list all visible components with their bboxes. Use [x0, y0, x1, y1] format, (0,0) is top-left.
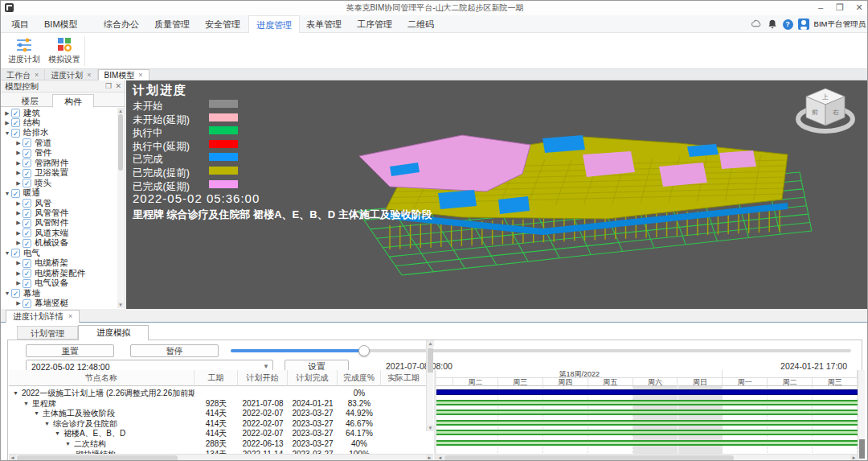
menu-item-6[interactable]: 进度管理 — [248, 15, 300, 33]
tab-schedule-detail[interactable]: 进度计划详情 × — [6, 310, 80, 323]
tree-expand-icon[interactable]: ▶ — [14, 270, 23, 277]
checkbox-checked-icon[interactable]: ✓ — [11, 289, 20, 298]
checkbox-checked-icon[interactable]: ✓ — [11, 129, 20, 138]
tree-item[interactable]: ▶✓卫浴装置 — [1, 168, 118, 179]
tree-expand-icon[interactable]: ▶ — [14, 210, 23, 216]
tree-expand-icon[interactable]: ▶ — [14, 280, 23, 286]
table-vscroll-thumb[interactable] — [428, 348, 433, 373]
gantt-hscrollbar[interactable]: ◄ ► — [436, 454, 858, 461]
tree-expand-icon[interactable]: ▶ — [14, 230, 23, 237]
table-row[interactable]: ▼2022一级施工计划上墙 (2.26调整式用2.26加前期)0% — [9, 388, 427, 398]
row-expand-icon[interactable]: ▼ — [34, 408, 39, 418]
checkbox-checked-icon[interactable]: ✓ — [23, 158, 31, 167]
scroll-left-icon[interactable]: ◄ — [436, 455, 444, 461]
user-name[interactable]: BIM平台管理员 — [814, 19, 866, 30]
tree-item[interactable]: ▼✓暖通 — [1, 188, 118, 199]
checkbox-checked-icon[interactable]: ✓ — [23, 269, 31, 278]
menu-item-5[interactable]: 安全管理 — [198, 15, 248, 33]
checkbox-checked-icon[interactable]: ✓ — [11, 249, 20, 257]
checkbox-checked-icon[interactable]: ✓ — [23, 259, 31, 268]
doc-tab-3[interactable]: BIM模型× — [98, 69, 149, 80]
maximize-button[interactable]: ❐ — [830, 1, 850, 14]
building-model[interactable] — [342, 122, 832, 283]
tree-scroll-thumb[interactable] — [118, 114, 123, 171]
checkbox-checked-icon[interactable]: ✓ — [23, 279, 31, 288]
view-cube[interactable]: 上 前 右 — [792, 84, 859, 137]
help-icon[interactable]: ? — [783, 19, 793, 30]
checkbox-checked-icon[interactable]: ✓ — [23, 149, 31, 158]
panel-close-icon[interactable]: ✕ — [115, 82, 121, 90]
scroll-right-icon[interactable]: ► — [426, 455, 433, 461]
table-row[interactable]: ▼综合诊疗及住院部414天2022-02-072023-03-2746.67% — [9, 418, 427, 429]
tree-expand-icon[interactable]: ▼ — [3, 250, 11, 256]
row-expand-icon[interactable]: ▼ — [65, 438, 71, 449]
tree-item[interactable]: ▼✓给排水 — [1, 128, 118, 138]
reset-button[interactable]: 重置 — [26, 344, 114, 357]
tree-expand-icon[interactable]: ▼ — [3, 191, 11, 196]
tree-expand-icon[interactable]: ▶ — [14, 160, 23, 167]
cloud-icon[interactable] — [751, 19, 762, 30]
time-slider[interactable] — [231, 349, 851, 352]
checkbox-checked-icon[interactable]: ✓ — [23, 228, 31, 237]
checkbox-checked-icon[interactable]: ✓ — [23, 239, 31, 248]
doc-tab-1[interactable]: 工作台× — [1, 69, 45, 80]
table-row[interactable]: ▼里程牌928天2021-07-082024-01-2183.2% — [9, 398, 427, 409]
minimize-button[interactable]: – — [811, 1, 830, 14]
simulation-settings-button[interactable]: 模拟设置 — [46, 35, 83, 68]
menu-item-4[interactable]: 质量管理 — [147, 15, 197, 33]
tree-item[interactable]: ▶✓电气设备 — [1, 278, 118, 289]
tree-expand-icon[interactable]: ▶ — [3, 120, 11, 126]
avatar[interactable] — [798, 19, 809, 30]
pause-button[interactable]: 暂停 — [130, 344, 219, 357]
table-row[interactable]: ▼主体施工及验收阶段414天2022-02-072023-03-2744.92% — [9, 408, 427, 418]
scroll-left-icon[interactable]: ◄ — [9, 455, 16, 461]
checkbox-checked-icon[interactable]: ✓ — [23, 219, 31, 228]
panel-float-icon[interactable]: ❐ — [105, 82, 112, 90]
close-icon[interactable]: × — [35, 70, 39, 80]
checkbox-checked-icon[interactable]: ✓ — [23, 169, 31, 178]
bell-icon[interactable] — [767, 19, 778, 30]
checkbox-checked-icon[interactable]: ✓ — [11, 189, 20, 198]
gantt-hscroll-thumb[interactable] — [444, 455, 734, 461]
tree-expand-icon[interactable]: ▶ — [14, 170, 23, 176]
table-vscrollbar[interactable]: ▲ ▼ — [426, 340, 433, 431]
scroll-up-icon[interactable]: ▲ — [117, 108, 124, 114]
tree-item[interactable]: ▶✓建筑 — [1, 108, 118, 118]
schedule-plan-button[interactable]: 进度计划 — [6, 35, 43, 68]
tree-expand-icon[interactable]: ▶ — [14, 200, 23, 207]
tree-expand-icon[interactable]: ▶ — [14, 240, 23, 246]
tree-item[interactable]: ▶✓喷头 — [1, 178, 118, 188]
tree-scrollbar[interactable]: ▲ ▼ — [117, 108, 124, 308]
menu-item-8[interactable]: 工序管理 — [350, 15, 399, 33]
tree-item[interactable]: ▶✓管道 — [1, 138, 118, 148]
gantt-vscrollbar[interactable] — [858, 370, 865, 461]
tab-plan-management[interactable]: 计划管理 — [17, 326, 78, 340]
tree-expand-icon[interactable]: ▶ — [14, 180, 23, 187]
time-slider-handle[interactable] — [358, 345, 370, 356]
tree-item[interactable]: ▶✓结构 — [1, 117, 118, 128]
tab-progress-simulation[interactable]: 进度模拟 — [78, 325, 149, 340]
checkbox-checked-icon[interactable]: ✓ — [23, 209, 31, 218]
table-hscrollbar[interactable]: ◄ ► — [9, 454, 433, 461]
tree-item[interactable]: ▶✓机械设备 — [1, 238, 118, 249]
checkbox-checked-icon[interactable]: ✓ — [11, 118, 20, 127]
scroll-up-icon[interactable]: ▲ — [427, 340, 434, 347]
tree-expand-icon[interactable]: ▶ — [3, 110, 11, 117]
checkbox-checked-icon[interactable]: ✓ — [23, 138, 31, 147]
close-icon[interactable]: × — [68, 311, 72, 323]
3d-viewport[interactable]: 计划进度 未开始未开始(延期)执行中执行中(延期)已完成已完成(提前)已完成(延… — [126, 80, 868, 309]
close-icon[interactable]: × — [87, 70, 91, 80]
gantt-vscroll-thumb[interactable] — [859, 439, 865, 459]
row-expand-icon[interactable]: ▼ — [13, 388, 18, 398]
checkbox-checked-icon[interactable]: ✓ — [11, 109, 20, 117]
panel-tab-2[interactable]: 构件 — [52, 94, 94, 108]
row-expand-icon[interactable]: ▼ — [44, 418, 50, 429]
tree-expand-icon[interactable]: ▶ — [14, 220, 23, 226]
tree-item-label[interactable]: 幕墙竖梃 — [35, 298, 68, 309]
scroll-right-icon[interactable]: ► — [850, 455, 858, 461]
checkbox-checked-icon[interactable]: ✓ — [23, 199, 31, 208]
table-row[interactable]: ▼二次结构288天2022-06-132023-03-2740% — [9, 438, 427, 449]
checkbox-checked-icon[interactable]: ✓ — [23, 299, 31, 308]
tree-expand-icon[interactable]: ▶ — [14, 150, 23, 156]
tree-expand-icon[interactable]: ▼ — [3, 290, 11, 296]
